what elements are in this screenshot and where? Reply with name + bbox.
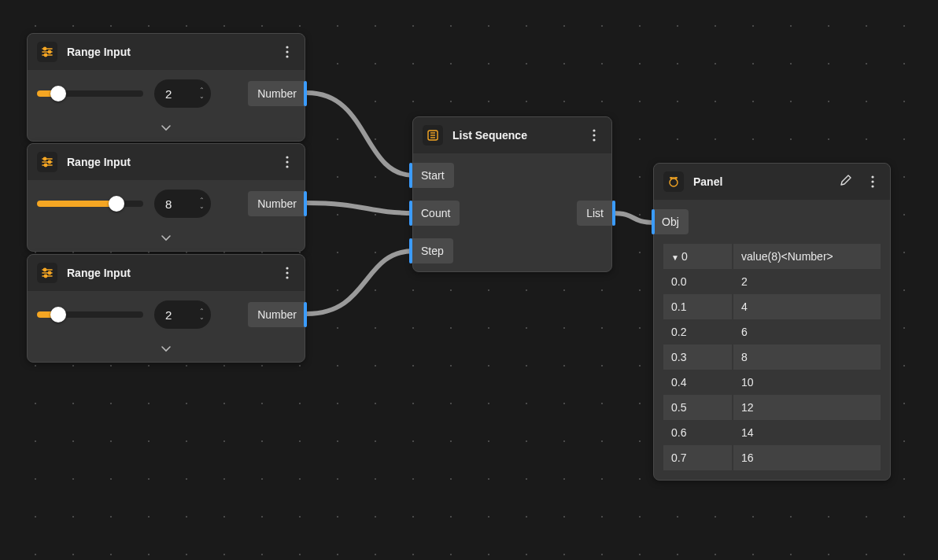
sliders-icon: [37, 263, 57, 283]
slider[interactable]: [37, 307, 143, 322]
input-port-step[interactable]: Step: [412, 238, 453, 263]
svg-point-5: [44, 53, 46, 56]
svg-point-6: [286, 46, 288, 48]
table-row: 0.26: [663, 319, 881, 344]
svg-point-33: [593, 138, 595, 141]
port-handle[interactable]: [612, 201, 615, 226]
expand-toggle[interactable]: [28, 227, 305, 251]
number-input[interactable]: 8 ⌃⌄: [154, 190, 211, 218]
input-port-count[interactable]: Count: [412, 201, 460, 226]
node-title: Range Input: [67, 156, 270, 168]
step-down-icon[interactable]: ⌄: [199, 315, 205, 321]
more-icon[interactable]: [586, 127, 602, 143]
row-key: 0.1: [663, 294, 733, 319]
edit-icon[interactable]: [840, 174, 852, 190]
port-handle[interactable]: [409, 201, 412, 226]
svg-point-15: [286, 156, 288, 158]
table-row: 0.716: [663, 445, 881, 470]
list-sequence-icon: [423, 125, 443, 146]
svg-point-8: [286, 55, 288, 57]
svg-point-23: [44, 274, 46, 277]
expand-toggle[interactable]: [28, 338, 305, 362]
row-key: 0.3: [663, 344, 733, 370]
row-key: 0.2: [663, 319, 733, 344]
svg-point-12: [43, 157, 46, 160]
sliders-icon: [37, 152, 57, 172]
row-key: 0.7: [663, 445, 733, 470]
panel-icon: [663, 171, 684, 192]
svg-point-3: [43, 47, 46, 50]
more-icon[interactable]: [279, 44, 295, 60]
svg-point-40: [871, 185, 873, 187]
expand-toggle[interactable]: [28, 117, 305, 141]
svg-point-31: [593, 129, 595, 131]
port-handle[interactable]: [409, 238, 412, 263]
svg-point-16: [286, 160, 288, 163]
number-input[interactable]: 2 ⌃⌄: [154, 79, 211, 108]
node-title: Range Input: [67, 267, 270, 279]
row-value: 10: [733, 370, 881, 395]
svg-point-38: [871, 175, 873, 178]
more-icon[interactable]: [279, 265, 295, 281]
node-range-input-2[interactable]: Range Input 8 ⌃⌄ Number: [27, 143, 305, 252]
output-port-number[interactable]: Number: [248, 302, 306, 327]
collapse-icon[interactable]: ▼: [671, 253, 679, 262]
row-value: 14: [733, 420, 881, 445]
table-row: 0.02: [663, 269, 881, 294]
output-port-number[interactable]: Number: [248, 191, 306, 216]
node-range-input-3[interactable]: Range Input 2 ⌃⌄ Number: [27, 254, 305, 363]
svg-point-14: [44, 164, 46, 166]
sliders-icon: [37, 42, 57, 62]
table-row: 0.38: [663, 344, 881, 370]
table-row: 0.512: [663, 395, 881, 420]
slider[interactable]: [37, 86, 143, 101]
output-port-number[interactable]: Number: [248, 81, 306, 106]
row-value: 2: [733, 269, 881, 294]
input-port-obj[interactable]: Obj: [652, 209, 689, 234]
svg-point-24: [286, 267, 288, 269]
row-value: 8: [733, 344, 881, 370]
row-key: 0.4: [663, 370, 733, 395]
svg-point-39: [871, 180, 873, 182]
port-handle[interactable]: [409, 163, 412, 188]
svg-point-4: [48, 50, 50, 53]
row-value: 16: [733, 445, 881, 470]
port-handle[interactable]: [304, 302, 307, 327]
node-range-input-1[interactable]: Range Input 2 ⌃⌄ Number: [27, 33, 305, 142]
panel-table: ▼0 value(8)<Number> 0.020.140.260.380.41…: [663, 244, 881, 470]
row-value: 12: [733, 395, 881, 420]
step-down-icon[interactable]: ⌄: [199, 204, 205, 210]
node-title: Panel: [693, 175, 830, 188]
port-handle[interactable]: [304, 191, 307, 216]
node-panel[interactable]: Panel Obj ▼0 value(8)<Number> 0.020.140.…: [653, 163, 891, 481]
svg-point-26: [286, 276, 288, 278]
svg-point-21: [43, 268, 46, 271]
port-handle[interactable]: [304, 81, 307, 106]
more-icon[interactable]: [865, 174, 881, 190]
svg-point-17: [286, 165, 288, 168]
slider[interactable]: [37, 196, 143, 212]
output-port-list[interactable]: List: [577, 201, 613, 226]
table-row: 0.614: [663, 420, 881, 445]
svg-point-25: [286, 271, 288, 274]
input-port-start[interactable]: Start: [412, 163, 454, 188]
table-row: 0.410: [663, 370, 881, 395]
svg-point-13: [48, 160, 50, 163]
node-title: Range Input: [67, 46, 270, 58]
more-icon[interactable]: [279, 154, 295, 170]
row-key: 0.5: [663, 395, 733, 420]
svg-point-7: [286, 50, 288, 53]
table-row: 0.14: [663, 294, 881, 319]
step-down-icon[interactable]: ⌄: [199, 94, 205, 100]
svg-point-22: [48, 271, 50, 274]
row-key: 0.0: [663, 269, 733, 294]
node-title: List Sequence: [452, 129, 577, 142]
row-value: 4: [733, 294, 881, 319]
row-key: 0.6: [663, 420, 733, 445]
node-list-sequence[interactable]: List Sequence Start Count Step List: [412, 116, 612, 272]
svg-point-34: [670, 179, 678, 186]
number-input[interactable]: 2 ⌃⌄: [154, 300, 211, 329]
table-header-row[interactable]: ▼0 value(8)<Number>: [663, 244, 881, 269]
port-handle[interactable]: [652, 209, 655, 234]
svg-point-32: [593, 134, 595, 136]
